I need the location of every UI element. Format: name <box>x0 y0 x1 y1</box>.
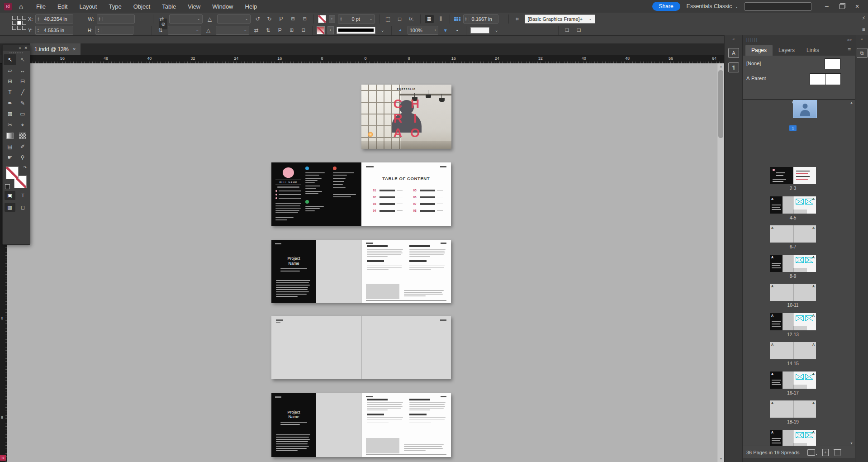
swap-fill-stroke-icon[interactable]: ↷ <box>23 165 27 170</box>
page-1-badge[interactable]: 1 <box>770 123 816 131</box>
menu-object[interactable]: Object <box>128 1 156 12</box>
text-wrap-around-icon[interactable]: ⫼ <box>436 15 446 23</box>
spread-8-9[interactable]: ProjectName <box>271 393 451 457</box>
h-field[interactable]: ▲▼ <box>95 26 133 35</box>
spread-thumbnail[interactable]: AA <box>770 255 816 272</box>
master-a-right-thumbnail[interactable] <box>825 73 841 85</box>
note-tool[interactable]: ▤ <box>4 141 16 152</box>
export-options-icon[interactable]: ❏ <box>574 26 583 34</box>
default-fill-stroke-icon[interactable] <box>5 184 10 189</box>
scroll-up-icon[interactable]: ▲ <box>849 101 854 104</box>
pages-spread-row-12-13[interactable]: AA12-13 <box>743 313 855 340</box>
page-1-thumbnail[interactable] <box>793 100 817 118</box>
pages-spread-row-18-19[interactable]: AA18-19 <box>743 400 855 428</box>
gap-stepper[interactable]: ▲▼ <box>464 17 469 21</box>
indesign-logo-icon[interactable]: Id <box>4 3 12 10</box>
panel-menu-icon[interactable]: ≡ <box>862 26 865 33</box>
y-stepper[interactable]: ▲▼ <box>36 28 41 33</box>
gap-tool[interactable]: ↔ <box>16 65 29 76</box>
type-tool[interactable]: T <box>4 87 16 98</box>
gradient-tool[interactable] <box>4 130 16 141</box>
opacity-icon[interactable]: ◕ <box>396 26 405 34</box>
shear-combo[interactable]: ⌄ <box>217 14 251 24</box>
collapse-panel-icon[interactable]: « <box>19 46 21 50</box>
scrollbar-thumb[interactable] <box>718 70 723 138</box>
pages-spread-row-10-11[interactable]: AA10-11 <box>743 284 855 311</box>
prev-object-icon[interactable]: ⊞ <box>287 26 296 34</box>
object-style-combo[interactable]: [Basic Graphics Frame]+⌄ <box>525 14 595 24</box>
x-stepper[interactable]: ▲▼ <box>36 17 41 21</box>
scale-x-combo[interactable]: ⌄ <box>169 14 203 24</box>
scale-y-combo[interactable]: ⌄ <box>168 26 201 35</box>
toc-entry[interactable]: 08 <box>413 209 443 212</box>
text-wrap-icon[interactable]: ≣ <box>425 15 434 23</box>
shear-icon[interactable]: △ <box>205 15 214 23</box>
select-container-icon[interactable]: ⊞ <box>289 15 298 23</box>
x-field[interactable]: ▲▼40.2354 in <box>35 14 73 24</box>
pencil-tool[interactable]: ✎ <box>16 98 29 109</box>
pages-spread-row-8-9[interactable]: AA8-9 <box>743 255 855 282</box>
collapse-dock-icon[interactable]: « <box>855 35 868 43</box>
flip-vertical-icon[interactable]: ⇅ <box>156 26 165 34</box>
pages-spread-row-2-3[interactable]: 2-3 <box>743 167 855 194</box>
y-field[interactable]: ▲▼4.5535 in <box>35 26 73 35</box>
pen-tool[interactable]: ✒ <box>4 98 16 109</box>
content-collector-tool[interactable]: ⊞ <box>4 76 16 87</box>
select-content-icon[interactable]: ⊟ <box>300 15 309 23</box>
fill-swatch-expander[interactable]: › <box>327 26 334 34</box>
spread-thumbnail[interactable]: AA <box>770 313 816 330</box>
fill-swatch-none[interactable] <box>317 26 325 34</box>
spread-thumbnail[interactable]: AA <box>770 342 816 359</box>
menu-window[interactable]: Window <box>207 1 238 12</box>
tab-close-icon[interactable]: ✕ <box>73 47 76 52</box>
spread-thumbnail[interactable]: AA <box>770 196 816 214</box>
shear-v-combo[interactable]: ⌄ <box>216 26 249 35</box>
toc-entry[interactable]: 01 <box>373 189 403 192</box>
swatch-preview[interactable] <box>470 27 489 33</box>
stroke-swatch-none[interactable] <box>318 15 326 23</box>
master-none-label[interactable]: [None] <box>746 61 761 66</box>
zoom-tool[interactable]: ⚲ <box>16 152 29 163</box>
toc-entry[interactable]: 04 <box>373 209 403 212</box>
rotate-content-icon[interactable]: P <box>277 15 286 23</box>
stroke-weight-combo[interactable]: ▲▼0 pt⌄ <box>338 14 375 24</box>
restore-button[interactable] <box>840 4 844 9</box>
formatting-affects-container-button[interactable]: ▣ <box>5 191 15 200</box>
rotate-cw-icon[interactable]: ↻ <box>265 15 274 23</box>
formatting-affects-text-button[interactable]: T <box>18 191 28 200</box>
canvas[interactable]: PORTFOLIO CHRIAO FULL NAME <box>7 63 717 462</box>
menu-view[interactable]: View <box>183 1 205 12</box>
paragraph-styles-panel-icon[interactable]: ¶ <box>728 62 739 72</box>
horizontal-ruler[interactable]: 56484032241680816243240485664 <box>0 55 724 63</box>
character-styles-panel-icon[interactable]: A <box>728 48 739 58</box>
w-field[interactable]: ▲▼ <box>97 14 135 24</box>
normal-view-button[interactable]: ▥ <box>5 203 15 212</box>
spread-thumbnail[interactable] <box>770 167 816 184</box>
stroke-type-chevron-icon[interactable]: ⌄ <box>378 26 387 34</box>
tab-pages[interactable]: Pages <box>745 45 773 56</box>
gap-field[interactable]: ▲▼0.1667 in <box>463 14 498 24</box>
direct-selection-tool[interactable]: ↖ <box>16 54 29 65</box>
tab-links[interactable]: Links <box>801 45 825 56</box>
tab-layers[interactable]: Layers <box>773 45 801 56</box>
menu-edit[interactable]: Edit <box>52 1 72 12</box>
opacity-combo[interactable]: 100%› <box>408 26 438 35</box>
rotate-frame-icon[interactable]: P <box>275 26 285 34</box>
scissors-tool[interactable]: ✂ <box>4 119 16 130</box>
corner-options-icon[interactable]: □ <box>395 15 404 23</box>
content-placer-tool[interactable]: ⊟ <box>16 76 29 87</box>
auto-fit-grid-icon[interactable] <box>454 17 460 21</box>
spread-cover[interactable]: PORTFOLIO CHRIAO <box>361 85 451 149</box>
toc-entry[interactable]: 06 <box>413 195 443 199</box>
scroll-up-icon[interactable]: ▲ <box>717 63 725 70</box>
close-button[interactable]: ✕ <box>854 4 860 10</box>
line-tool[interactable]: ╱ <box>16 87 29 98</box>
gradient-feather-tool[interactable] <box>16 130 29 141</box>
spread-thumbnail[interactable]: AA <box>770 400 816 418</box>
free-transform-tool[interactable]: ⌖ <box>16 119 29 130</box>
spread-thumbnail[interactable]: AA <box>770 225 816 243</box>
rectangle-tool[interactable]: ▭ <box>16 109 29 119</box>
home-icon[interactable]: ⌂ <box>19 3 23 10</box>
hand-tool[interactable]: ☛ <box>4 152 16 163</box>
rotate-ccw-icon[interactable]: ↺ <box>253 15 262 23</box>
